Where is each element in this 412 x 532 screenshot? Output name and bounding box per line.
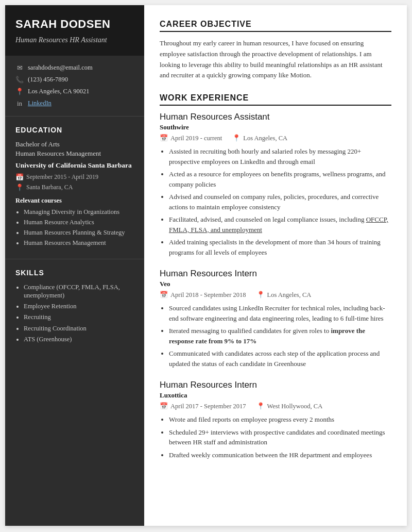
job-location-1: 📍 Los Angeles, CA xyxy=(232,134,287,142)
list-item: Human Resources Planning & Strategy xyxy=(24,228,134,237)
job-entry-3: Human Resources Intern Luxottica 📅 April… xyxy=(160,380,391,460)
calendar-icon: 📅 xyxy=(15,173,24,181)
phone-icon: 📞 xyxy=(15,76,24,84)
skills-section: SKILLS Compliance (OFCCP, FMLA, FLSA, un… xyxy=(5,259,144,356)
phone-item: 📞 (123) 456-7890 xyxy=(15,76,134,84)
edu-school: University of California Santa Barbara xyxy=(15,161,134,170)
list-item: Aided training specialists in the develo… xyxy=(169,237,391,257)
location-icon: 📍 xyxy=(256,402,265,410)
objective-text: Throughout my early career in human reso… xyxy=(160,38,391,81)
education-section: EDUCATION Bachelor of Arts Human Resourc… xyxy=(5,117,144,259)
sidebar: SARAH DODSEN Human Resources HR Assistan… xyxy=(5,5,144,526)
list-item: Acted as a resource for employees on ben… xyxy=(169,169,391,189)
location-item: 📍 Los Angeles, CA 90021 xyxy=(15,88,134,96)
main-content: CAREER OBJECTIVE Throughout my early car… xyxy=(144,5,407,526)
list-item: Human Resource Analytics xyxy=(24,218,134,226)
job-title-3: Human Resources Intern xyxy=(160,380,391,390)
list-item: Advised and counseled on company rules, … xyxy=(169,192,391,212)
job-entry-2: Human Resources Intern Veo 📅 April 2018 … xyxy=(160,269,391,369)
edu-dates-value: September 2015 - April 2019 xyxy=(26,173,98,181)
work-experience-section: WORK EXPERIENCE Human Resources Assistan… xyxy=(160,93,391,460)
location-value: Los Angeles, CA 90021 xyxy=(28,88,89,95)
job-location-2: 📍 Los Angeles, CA xyxy=(256,291,312,299)
job-bullets-2: Sourced candidates using LinkedIn Recrui… xyxy=(160,303,391,369)
edu-degree: Bachelor of Arts xyxy=(15,140,134,148)
job-meta-1: 📅 April 2019 - current 📍 Los Angeles, CA xyxy=(160,134,391,142)
edu-dates: 📅 September 2015 - April 2019 xyxy=(15,173,134,181)
dates-value-1: April 2019 - current xyxy=(170,135,222,142)
list-item: Compliance (OFCCP, FMLA, FLSA, unemploym… xyxy=(24,283,134,300)
skills-list: Compliance (OFCCP, FMLA, FLSA, unemploym… xyxy=(15,283,134,344)
job-bullets-1: Assisted in recruiting both hourly and s… xyxy=(160,146,391,257)
job-location-3: 📍 West Hollywood, CA xyxy=(256,402,323,410)
dates-value-3: April 2017 - September 2017 xyxy=(170,403,246,410)
resume-container: SARAH DODSEN Human Resources HR Assistan… xyxy=(5,5,407,526)
phone-value: (123) 456-7890 xyxy=(28,76,68,84)
job-dates-3: 📅 April 2017 - September 2017 xyxy=(160,402,246,410)
list-item: Communicated with candidates across each… xyxy=(169,348,391,369)
list-item: ATS (Greenhouse) xyxy=(24,335,134,343)
work-experience-title: WORK EXPERIENCE xyxy=(160,93,391,106)
sidebar-header: SARAH DODSEN Human Resources HR Assistan… xyxy=(5,5,144,56)
calendar-icon: 📅 xyxy=(160,134,168,142)
linkedin-value[interactable]: LinkedIn xyxy=(28,99,52,107)
location-value-1: Los Angeles, CA xyxy=(243,135,287,142)
skills-title: SKILLS xyxy=(15,269,134,277)
edu-location-icon: 📍 xyxy=(15,184,24,192)
courses-label: Relevant courses xyxy=(15,197,134,205)
objective-title: CAREER OBJECTIVE xyxy=(160,20,391,32)
career-objective-section: CAREER OBJECTIVE Throughout my early car… xyxy=(160,20,391,81)
edu-location-value: Santa Barbara, CA xyxy=(26,184,73,191)
list-item: Human Resources Management xyxy=(24,239,134,247)
list-item: Scheduled 29+ interviews with prospectiv… xyxy=(169,427,391,447)
list-item: Employee Retention xyxy=(24,302,134,310)
edu-location: 📍 Santa Barbara, CA xyxy=(15,184,134,192)
candidate-title: Human Resources HR Assistant xyxy=(15,35,134,45)
linkedin-item[interactable]: in LinkedIn xyxy=(15,99,134,108)
job-bullets-3: Wrote and filed reports on employee prog… xyxy=(160,414,391,460)
job-entry-1: Human Resources Assistant Southwire 📅 Ap… xyxy=(160,112,391,257)
edu-field: Human Resources Management xyxy=(15,149,134,158)
company-name-1: Southwire xyxy=(160,123,391,131)
underline-text: OFCCP, FMLA, FLSA, and unemployment xyxy=(169,215,388,234)
list-item: Iterated messaging to qualified candidat… xyxy=(169,326,391,346)
calendar-icon: 📅 xyxy=(160,402,168,410)
list-item: Recruiting xyxy=(24,313,134,321)
list-item: Drafted weekly communication between the… xyxy=(169,450,391,460)
job-meta-3: 📅 April 2017 - September 2017 📍 West Hol… xyxy=(160,402,391,410)
candidate-name: SARAH DODSEN xyxy=(15,18,134,31)
company-name-2: Veo xyxy=(160,280,391,288)
courses-list: Managing Diversity in Organizations Huma… xyxy=(15,208,134,247)
bold-text: improve the response rate from 9% to 17% xyxy=(169,327,365,345)
list-item: Wrote and filed reports on employee prog… xyxy=(169,414,391,425)
location-icon: 📍 xyxy=(256,291,265,299)
job-title-2: Human Resources Intern xyxy=(160,269,391,279)
email-value: sarahdodsen@email.com xyxy=(28,64,93,72)
location-value-3: West Hollywood, CA xyxy=(267,403,323,410)
company-name-3: Luxottica xyxy=(160,391,391,400)
linkedin-icon: in xyxy=(15,99,24,108)
location-icon: 📍 xyxy=(15,88,24,96)
job-meta-2: 📅 April 2018 - September 2018 📍 Los Ange… xyxy=(160,291,391,299)
job-dates-1: 📅 April 2019 - current xyxy=(160,134,222,142)
job-title-1: Human Resources Assistant xyxy=(160,112,391,122)
list-item: Sourced candidates using LinkedIn Recrui… xyxy=(169,303,391,323)
dates-value-2: April 2018 - September 2018 xyxy=(170,291,246,299)
contact-section: ✉ sarahdodsen@email.com 📞 (123) 456-7890… xyxy=(5,56,144,117)
list-item: Assisted in recruiting both hourly and s… xyxy=(169,146,391,167)
location-icon: 📍 xyxy=(232,134,241,142)
list-item: Managing Diversity in Organizations xyxy=(24,208,134,216)
job-dates-2: 📅 April 2018 - September 2018 xyxy=(160,291,246,299)
education-title: EDUCATION xyxy=(15,126,134,134)
list-item: Facilitated, advised, and counseled on l… xyxy=(169,214,391,235)
calendar-icon: 📅 xyxy=(160,291,168,299)
email-item: ✉ sarahdodsen@email.com xyxy=(15,64,134,72)
location-value-2: Los Angeles, CA xyxy=(267,291,312,299)
email-icon: ✉ xyxy=(15,64,24,72)
list-item: Recruiting Coordination xyxy=(24,324,134,332)
